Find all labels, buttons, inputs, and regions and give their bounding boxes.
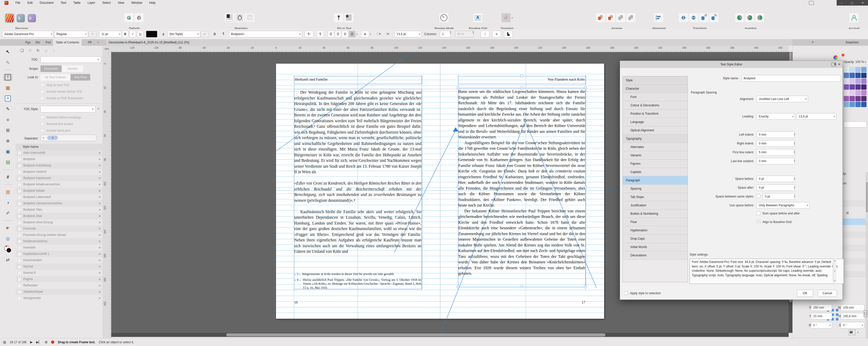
colour-wells[interactable]	[3, 245, 12, 253]
colour-swatch[interactable]	[849, 90, 855, 96]
move-to-back-button[interactable]	[626, 13, 636, 22]
designer-persona-button[interactable]	[16, 13, 26, 23]
columns-input[interactable]: 1	[440, 31, 451, 37]
insert-toc-icon[interactable]: ⌶	[53, 48, 55, 53]
selection-box-chevron[interactable]: ▾	[857, 331, 859, 334]
ruler-units[interactable]: mm	[102, 46, 112, 52]
paragraph-leading-button[interactable]: ≣	[361, 31, 369, 37]
dialog-nav-colour-decorations[interactable]: Colour & Decorations	[623, 101, 687, 110]
menu-edit[interactable]: Edit	[24, 0, 36, 6]
tab-fnd[interactable]: Fnd	[43, 39, 53, 46]
ignore-wrap-button[interactable]: x	[245, 13, 254, 22]
colour-swatch[interactable]	[844, 90, 849, 96]
style-options-icon[interactable]: ≡	[99, 251, 100, 257]
flip-vertical-button[interactable]	[689, 13, 698, 22]
style-options-icon[interactable]: ≡	[99, 175, 100, 181]
document-tab[interactable]: Geschichte-in-Rheinbach-6_2025-01-15 [Mo…	[109, 39, 189, 46]
style-row[interactable]: Fussnote Einzug zweiter Absatz≡	[16, 232, 102, 238]
style-checkbox[interactable]	[18, 189, 22, 193]
alignment-more-chevron[interactable]: ▾	[356, 33, 358, 35]
style-options-icon[interactable]: ≡	[99, 213, 100, 219]
tab-sto[interactable]: Sto	[33, 39, 42, 46]
columns-stepper[interactable]: ▴▾	[450, 31, 451, 34]
maximize-button[interactable]: ▢	[850, 1, 853, 5]
rotation-select[interactable]: 0 °▾	[811, 322, 832, 328]
include-pdf-bookmarks-checkbox[interactable]: Include as PDF Bookmarks	[40, 96, 83, 100]
left-indent-input[interactable]: 0 mm	[756, 131, 795, 138]
move-to-front-button[interactable]	[596, 13, 605, 22]
style-row[interactable]: Bodytext Inhaltsverzeichnis≡	[16, 181, 102, 188]
character-style-glyph-button[interactable]: a	[211, 31, 218, 37]
colour-swatch[interactable]	[855, 67, 861, 72]
leading-more-chevron[interactable]: ▾	[370, 33, 371, 35]
style-checkbox[interactable]	[18, 258, 22, 263]
last-line-outdent-input[interactable]: 0 mm	[756, 158, 795, 164]
style-checkbox[interactable]	[18, 177, 22, 180]
colour-swatch[interactable]	[855, 96, 861, 101]
dialog-dock-icon[interactable]	[831, 63, 836, 66]
move-tool[interactable]: ↖	[3, 48, 12, 56]
record-icon[interactable]	[51, 340, 54, 344]
style-options-icon[interactable]: ≡	[99, 244, 100, 251]
pages-icon[interactable]: ▤	[3, 340, 6, 344]
w-input[interactable]: 105 mm	[841, 304, 864, 311]
style-checkbox[interactable]	[18, 290, 22, 294]
tab-table-of-contents[interactable]: Table of Contents	[53, 39, 82, 46]
baseline-grid-button[interactable]: A	[473, 13, 482, 22]
h-input[interactable]: 165,8 mm	[841, 313, 864, 319]
close-button[interactable]: ✕	[861, 1, 864, 5]
update-toc-icon[interactable]: ↺	[28, 48, 32, 53]
style-checkbox[interactable]	[18, 246, 22, 250]
snapping-button[interactable]: ∩	[501, 13, 510, 22]
selection-box-icon[interactable]	[849, 330, 855, 335]
colour-swatch[interactable]	[849, 67, 855, 72]
look-in-all-frames-button[interactable]: All Text Frames	[40, 74, 70, 80]
dialog-nav-character[interactable]: Character	[623, 84, 687, 93]
gutter-stepper[interactable]: ▴▾	[473, 31, 474, 34]
colour-swatch[interactable]	[861, 73, 866, 78]
dialog-nav-decorations[interactable]: Decorations	[623, 251, 687, 260]
refresh-toc-icon[interactable]: ↻	[36, 48, 40, 53]
dialog-nav-typography[interactable]: Typography	[623, 135, 687, 143]
dialog-close-icon[interactable]: ✕	[838, 62, 841, 66]
page-indicator[interactable]: 16.17 of 166	[10, 340, 27, 344]
dialog-nav-variants[interactable]: Variants	[623, 151, 687, 160]
style-row[interactable]: Kapitelüberschrift 1≡	[16, 251, 102, 257]
style-checkbox[interactable]	[18, 240, 22, 243]
opacity-control[interactable]: Opacity: 100 % ▾	[843, 60, 866, 64]
stop-at-next-toc-checkbox[interactable]: Stop at next TOC	[40, 83, 69, 87]
next-page-icon[interactable]: ▶▏	[36, 340, 41, 344]
zoom-tool[interactable]: ◎	[3, 235, 12, 242]
dialog-nav-capitals[interactable]: Capitals	[623, 168, 687, 176]
include-inline-pins-checkbox[interactable]: Include inline pins	[40, 129, 70, 132]
style-options-icon[interactable]: ≡	[99, 194, 100, 200]
style-checkbox[interactable]	[18, 202, 22, 206]
colour-swatch[interactable]	[844, 67, 849, 72]
colour-swatch[interactable]	[855, 84, 861, 90]
style-options-icon[interactable]: ≡	[99, 207, 100, 213]
style-options-icon[interactable]: ≡	[99, 162, 100, 169]
tab-pfl[interactable]: Pfl	[86, 39, 94, 46]
leading-value-select[interactable]: 13,5 pt▾	[797, 113, 836, 120]
menu-text[interactable]: Text	[57, 0, 70, 6]
style-row[interactable]: Bodytext Lebenslauf≡	[16, 194, 102, 200]
toc-select[interactable]: ▾	[40, 56, 101, 63]
rotate-clockwise-button[interactable]: ↻	[709, 13, 718, 22]
numbers-before-headings-checkbox[interactable]: Numbers before headings	[40, 115, 81, 119]
style-row[interactable]: Kolumnentitel≡	[16, 257, 102, 264]
colour-swatch[interactable]	[861, 102, 866, 107]
insert-behind-button[interactable]	[735, 13, 744, 22]
move-backward-button[interactable]	[616, 13, 625, 22]
style-options-icon[interactable]: ≡	[99, 295, 100, 301]
colour-swatch[interactable]	[844, 102, 849, 107]
leading-value-select[interactable]: 13,5 pt▾	[394, 31, 422, 37]
justify-button[interactable]: ☰	[349, 31, 355, 37]
style-row[interactable]: Verlagsmotto≡	[16, 295, 102, 301]
style-checkbox[interactable]	[18, 284, 22, 288]
style-options-icon[interactable]: ≡	[99, 226, 100, 232]
preview-mode-button[interactable]	[439, 13, 448, 22]
style-row[interactable]: Bodytext Initiale≡	[16, 188, 102, 194]
clipped-list-row-selected[interactable]	[842, 218, 868, 225]
linked-dimensions-icon[interactable]	[864, 310, 867, 317]
dialog-nav-hyphenation[interactable]: Hyphenation	[623, 226, 687, 235]
